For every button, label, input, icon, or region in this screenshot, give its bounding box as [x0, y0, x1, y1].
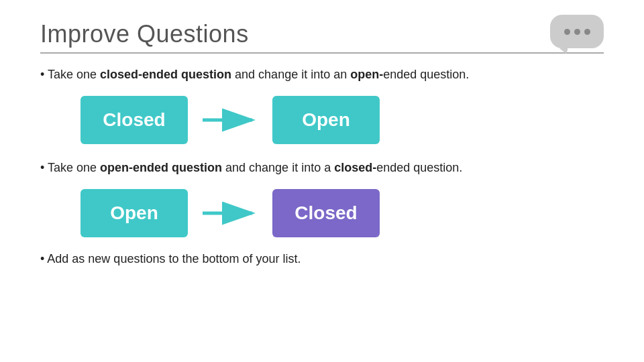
open-label-2: Open	[110, 202, 158, 224]
bullet2-bold1: open-ended question	[100, 161, 222, 174]
chat-bubble-body	[550, 15, 604, 48]
bullet2-bold2: closed-	[334, 161, 376, 174]
closed-label-2: Closed	[294, 202, 357, 224]
closed-box-2: Closed	[272, 189, 380, 237]
bullet1-suffix: ended question.	[383, 68, 469, 81]
open-box-2: Open	[80, 189, 188, 237]
dot1	[564, 29, 570, 35]
page-title: Improve Questions	[40, 20, 604, 48]
title-divider	[40, 52, 604, 54]
closed-box-1: Closed	[80, 96, 188, 144]
bullet1-prefix: • Take one	[40, 68, 100, 81]
closed-label-1: Closed	[103, 109, 165, 131]
bullet2-text: • Take one open-ended question and chang…	[40, 159, 523, 177]
bullet1-bold2: open-	[350, 68, 383, 81]
slide-container: Improve Questions • Take one closed-ende…	[0, 0, 644, 362]
bullet1-bold1: closed-ended question	[100, 68, 231, 81]
open-box-1: Open	[272, 96, 380, 144]
bullet2-prefix: • Take one	[40, 161, 100, 174]
bullet3-text: • Add as new questions to the bottom of …	[40, 252, 604, 266]
title-section: Improve Questions	[40, 20, 604, 54]
arrow-2	[200, 201, 260, 225]
dot2	[574, 29, 580, 35]
bullet1-text: • Take one closed-ended question and cha…	[40, 66, 523, 84]
chat-bubble-tail	[559, 48, 568, 55]
diagram-row-2: Open Closed	[80, 189, 604, 237]
bullet1-middle: and change it into an	[231, 68, 350, 81]
diagram-row-1: Closed Open	[80, 96, 604, 144]
open-label-1: Open	[302, 109, 350, 131]
bullet2-middle: and change it into a	[222, 161, 334, 174]
bullet2-suffix: ended question.	[376, 161, 462, 174]
chat-bubble-icon	[550, 15, 604, 55]
dot3	[584, 29, 590, 35]
arrow-1	[200, 108, 260, 132]
